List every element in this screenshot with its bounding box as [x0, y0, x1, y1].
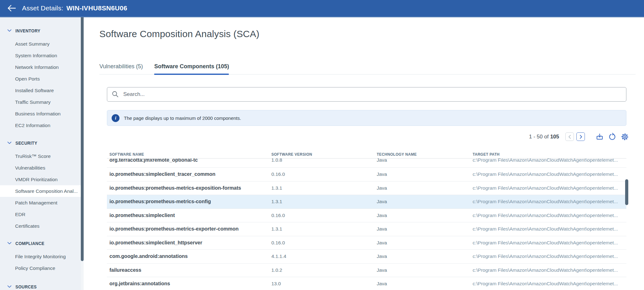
- next-page-button[interactable]: [576, 132, 585, 141]
- sidebar-item-file-integrity-monitoring[interactable]: File Integrity Monitoring: [0, 251, 84, 262]
- asset-name: WIN-IVHU8SN6U06: [66, 4, 127, 12]
- page-title: Software Composition Analysis (SCA): [99, 29, 259, 39]
- back-arrow-icon: [7, 4, 17, 12]
- table-row[interactable]: io.prometheus:prometheus-metrics-exporte…: [107, 222, 626, 236]
- table-scrollbar-thumb[interactable]: [625, 179, 628, 205]
- table-row[interactable]: io.prometheus:simpleclient_httpserver 0.…: [107, 236, 626, 250]
- column-header-technology-name: TECHNOLOGY NAME: [377, 152, 417, 157]
- sidebar-item-open-ports[interactable]: Open Ports: [0, 73, 84, 85]
- settings-button[interactable]: [620, 132, 629, 141]
- sidebar-scrollbar-thumb[interactable]: [81, 17, 84, 261]
- pagination-total: 105: [550, 134, 559, 140]
- pagination-range: 1 - 50 of: [529, 134, 548, 140]
- sidebar-item-certificates[interactable]: Certificates: [0, 220, 84, 232]
- sidebar-section-compliance[interactable]: COMPLIANCE: [0, 240, 84, 246]
- table-row[interactable]: org.jetbrains:annotations 13.0 Java c:\P…: [107, 277, 626, 290]
- download-icon: [596, 133, 604, 141]
- main-panel: Software Composition Analysis (SCA) Vuln…: [84, 17, 644, 290]
- sidebar-item-traffic-summary[interactable]: Traffic Summary: [0, 96, 84, 108]
- sidebar-item-business-information[interactable]: Business Information: [0, 108, 84, 120]
- table-row[interactable]: io.prometheus:prometheus-metrics-exposit…: [107, 181, 626, 195]
- download-button[interactable]: [595, 132, 604, 141]
- tab-bar: Vulnerabilities (5) Software Components …: [99, 63, 636, 75]
- page-header-label: Asset Details:: [22, 4, 63, 12]
- sidebar-item-system-information[interactable]: System Information: [0, 50, 84, 61]
- chevron-down-icon: [7, 28, 12, 33]
- tab-vulnerabilities[interactable]: Vulnerabilities (5): [99, 63, 143, 74]
- chevron-down-icon: [7, 141, 12, 145]
- table-row[interactable]: io.prometheus:simpleclient_tracer_common…: [107, 168, 626, 181]
- sidebar-item-ec2-information[interactable]: EC2 Information: [0, 120, 84, 131]
- software-components-table: SOFTWARE NAME SOFTWARE VERSION TECHNOLOG…: [107, 150, 626, 290]
- gear-icon: [621, 133, 629, 141]
- sidebar-item-software-composition-analysis[interactable]: Software Composition Anal...: [0, 185, 84, 197]
- chevron-right-icon: [579, 135, 583, 139]
- pagination-info: 1 - 50 of105: [529, 134, 559, 140]
- sidebar-item-patch-management[interactable]: Patch Management: [0, 197, 84, 209]
- app-header: Asset Details: WIN-IVHU8SN6U06: [0, 0, 644, 17]
- sidebar-item-policy-compliance[interactable]: Policy Compliance: [0, 262, 84, 274]
- asset-details-app: Asset Details: WIN-IVHU8SN6U06 INVENTORY…: [0, 0, 644, 290]
- sidebar-section-label: SOURCES: [15, 284, 37, 289]
- table-row[interactable]: io.prometheus:simpleclient 0.16.0 Java c…: [107, 209, 626, 223]
- refresh-icon: [608, 133, 616, 141]
- sidebar-section-label: COMPLIANCE: [15, 241, 44, 246]
- sidebar-section-security[interactable]: SECURITY: [0, 140, 84, 146]
- column-header-software-version: SOFTWARE VERSION: [271, 152, 312, 157]
- table-header-row: SOFTWARE NAME SOFTWARE VERSION TECHNOLOG…: [107, 150, 626, 159]
- chevron-down-icon: [7, 284, 12, 289]
- sidebar-item-vmdr-prioritization[interactable]: VMDR Prioritization: [0, 174, 84, 185]
- column-header-software-name: SOFTWARE NAME: [109, 152, 144, 157]
- table-row[interactable]: com.google.android:annotations 4.1.1.4 J…: [107, 250, 626, 264]
- tab-software-components[interactable]: Software Components (105): [154, 63, 229, 74]
- sidebar-scrollbar[interactable]: [81, 17, 84, 290]
- chevron-left-icon: [568, 135, 572, 139]
- table-row-selected[interactable]: io.prometheus:prometheus-metrics-config …: [107, 195, 626, 209]
- info-banner: i The page displays up to maximum of 200…: [107, 110, 626, 126]
- table-row[interactable]: org.terracotta:jmxremote_optional-tc 1.0…: [107, 159, 626, 168]
- previous-page-button[interactable]: [565, 132, 574, 141]
- sidebar-section-inventory[interactable]: INVENTORY: [0, 27, 84, 34]
- table-row[interactable]: failureaccess 1.0.2 Java c:\Program File…: [107, 264, 626, 277]
- sidebar: INVENTORY Asset Summary System Informati…: [0, 17, 84, 290]
- info-icon: i: [112, 114, 119, 122]
- back-button[interactable]: [6, 4, 17, 12]
- sidebar-section-sources[interactable]: SOURCES: [0, 283, 84, 290]
- sidebar-item-vulnerabilities[interactable]: Vulnerabilities: [0, 162, 84, 174]
- sidebar-item-network-information[interactable]: Network Information: [0, 61, 84, 73]
- search-box: [107, 87, 626, 102]
- sidebar-item-edr[interactable]: EDR: [0, 209, 84, 220]
- sidebar-section-label: SECURITY: [15, 140, 37, 146]
- info-banner-text: The page displays up to maximum of 2000 …: [124, 115, 241, 121]
- refresh-button[interactable]: [608, 132, 616, 141]
- sidebar-section-label: INVENTORY: [15, 28, 40, 33]
- table-toolbar: 1 - 50 of105: [529, 132, 629, 141]
- chevron-down-icon: [7, 241, 12, 245]
- sidebar-item-trurisk-score[interactable]: TruRisk™ Score: [0, 150, 84, 162]
- sidebar-item-installed-software[interactable]: Installed Software: [0, 85, 84, 96]
- search-input[interactable]: [123, 91, 622, 98]
- column-header-target-path: TARGET PATH: [473, 152, 500, 157]
- search-icon: [112, 91, 119, 98]
- sidebar-item-asset-summary[interactable]: Asset Summary: [0, 38, 84, 50]
